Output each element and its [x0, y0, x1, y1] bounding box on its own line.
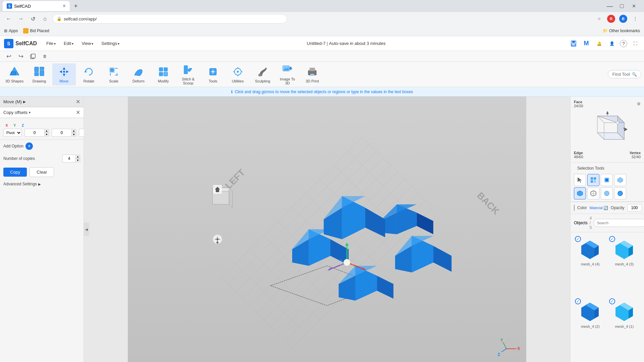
mesh-info-section: Face 24/30 ⚙: [571, 97, 644, 163]
forward-btn[interactable]: →: [16, 14, 25, 23]
tool-utilities[interactable]: Utilities: [226, 63, 250, 85]
bid-placed-label: Bid Placed: [30, 28, 49, 33]
new-tab-btn[interactable]: +: [71, 1, 80, 11]
x-spin-up[interactable]: ▲: [44, 129, 49, 133]
object-card-4[interactable]: ✓ mesh_4 (4): [573, 235, 607, 297]
save-icon[interactable]: [569, 39, 578, 48]
settings-gear-icon[interactable]: ⚙: [637, 102, 641, 106]
active-tab[interactable]: S SelfCAD ×: [3, 1, 70, 11]
color-swatch[interactable]: [574, 204, 575, 211]
tab-close-btn[interactable]: ×: [63, 3, 66, 9]
copies-spin-down[interactable]: ▼: [75, 159, 80, 162]
wireframe-cube-select-btn[interactable]: [587, 187, 599, 199]
tool-sculpting[interactable]: Sculpting: [251, 63, 274, 85]
advanced-settings-label: Advanced Settings: [3, 182, 37, 186]
object-name-3: mesh_4 (3): [615, 262, 634, 266]
copy-icon[interactable]: [28, 52, 38, 61]
tool-rotate[interactable]: Rotate: [77, 63, 101, 85]
svg-rect-43: [310, 74, 314, 76]
circle-select-btn[interactable]: [601, 187, 613, 199]
notification-bell-icon[interactable]: 🔔: [594, 39, 604, 48]
tool-tools[interactable]: Tools: [201, 63, 225, 85]
y-input[interactable]: [52, 129, 72, 137]
svg-marker-134: [624, 127, 628, 131]
copy-btn[interactable]: Copy: [3, 168, 27, 177]
tool-3d-shapes[interactable]: 3D Shapes: [3, 63, 26, 85]
tool-tools-label: Tools: [209, 79, 217, 83]
tool-scale[interactable]: Scale: [102, 63, 125, 85]
move-panel-title: Move (M) ▶: [3, 99, 26, 104]
menu-file[interactable]: File▾: [42, 40, 60, 47]
box-select-btn[interactable]: [587, 174, 599, 186]
address-bar[interactable]: 🔒 selfcad.com/app/: [52, 14, 287, 23]
tool-3d-print[interactable]: 3D Print: [301, 63, 324, 85]
tool-move[interactable]: Move: [52, 63, 76, 85]
y-spin-down[interactable]: ▼: [71, 133, 76, 136]
bid-placed-bookmark[interactable]: Bid Placed: [23, 28, 49, 34]
viewport[interactable]: ◀: [84, 97, 570, 362]
tool-image-to-3d[interactable]: Image To 3D: [276, 63, 299, 85]
objects-search-input[interactable]: [594, 219, 644, 227]
color-material-row: Color Material 🔄 Opacity ▲ ▼: [571, 202, 644, 214]
object-card-3[interactable]: ✓ mesh_4 (3): [607, 235, 642, 297]
move-panel-close-btn[interactable]: ✕: [76, 99, 80, 105]
object-card-2[interactable]: ✓ mesh_4 (2): [573, 297, 607, 360]
tool-drawing[interactable]: Drawing: [28, 63, 51, 85]
home-btn[interactable]: ⌂: [40, 14, 50, 23]
copies-input[interactable]: [62, 155, 76, 163]
menu-edit[interactable]: Edit▾: [60, 40, 77, 47]
add-option-btn[interactable]: +: [25, 142, 33, 150]
opacity-input[interactable]: [627, 204, 642, 212]
undo-btn[interactable]: ↩: [4, 52, 13, 61]
delete-icon[interactable]: 🗑: [40, 52, 50, 61]
collapse-left-panel-btn[interactable]: ◀: [84, 223, 89, 236]
cube-select-btn[interactable]: [614, 174, 626, 186]
copy-offsets-dropdown-icon[interactable]: ▾: [29, 111, 31, 114]
menu-settings[interactable]: Settings▾: [97, 40, 123, 47]
x-spin-down[interactable]: ▼: [44, 133, 49, 136]
account-icon[interactable]: 👤: [607, 39, 616, 48]
move-play-icon[interactable]: ▶: [23, 100, 26, 104]
apps-bookmark[interactable]: ⊞ Apps: [4, 28, 18, 33]
advanced-settings-row[interactable]: Advanced Settings ▶: [0, 180, 84, 188]
redo-btn[interactable]: ↪: [16, 52, 25, 61]
user-profile-btn[interactable]: B: [619, 14, 628, 23]
material-btn[interactable]: Material 🔄: [590, 206, 608, 210]
app-logo: S SelfCAD: [4, 39, 37, 48]
clear-btn[interactable]: Clear: [30, 167, 54, 177]
window-maximize-btn[interactable]: □: [617, 1, 627, 11]
copies-spin-up[interactable]: ▲: [75, 155, 80, 159]
tool-modify[interactable]: Modify: [152, 63, 175, 85]
object-select-btn[interactable]: [601, 174, 613, 186]
menu-view[interactable]: View▾: [77, 40, 97, 47]
y-spin-up[interactable]: ▲: [71, 129, 76, 133]
refresh-btn[interactable]: ↺: [28, 14, 38, 23]
object-card-1[interactable]: ✓ mesh_4 (1): [607, 297, 642, 360]
help-icon[interactable]: ?: [620, 40, 627, 47]
extensions-btn[interactable]: ⋮: [631, 14, 640, 23]
find-tool-search[interactable]: Find Tool 🔍: [608, 70, 641, 78]
bookmark-star-icon[interactable]: ☆: [594, 14, 604, 23]
window-minimize-btn[interactable]: —: [605, 1, 614, 11]
arrow-select-btn[interactable]: [574, 174, 586, 186]
pivot-select[interactable]: Pivot: [3, 129, 22, 137]
tool-stitch-scoop[interactable]: Stitch & Scoop: [176, 63, 200, 85]
sphere-select-btn[interactable]: [614, 187, 626, 199]
solid-cube-select-btn[interactable]: [574, 187, 586, 199]
copy-offsets-close-btn[interactable]: ✕: [76, 109, 80, 116]
window-close-btn[interactable]: ×: [629, 1, 639, 11]
other-bookmarks[interactable]: 📁 Other bookmarks: [603, 28, 640, 33]
x-input[interactable]: [24, 129, 45, 137]
tool-deform[interactable]: Deform: [127, 63, 150, 85]
back-btn[interactable]: ←: [4, 14, 13, 23]
action-row: Copy Clear: [0, 165, 84, 180]
chevron-left-icon: ◀: [85, 228, 88, 231]
selection-tools-grid: [574, 174, 641, 186]
svg-marker-136: [578, 177, 582, 183]
profile-btn[interactable]: R: [606, 14, 616, 23]
lock-icon: 🔒: [57, 16, 62, 21]
m-icon[interactable]: M: [582, 39, 591, 48]
svg-rect-117: [216, 189, 219, 192]
svg-text:Y: Y: [500, 338, 503, 343]
fullscreen-icon[interactable]: ⛶: [631, 39, 640, 48]
